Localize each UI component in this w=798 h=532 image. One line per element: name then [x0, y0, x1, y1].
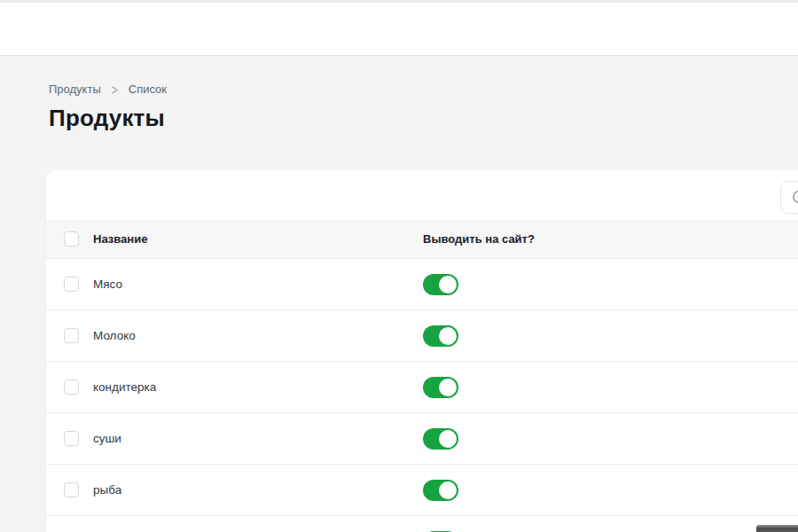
- product-name: рыба: [93, 483, 423, 497]
- breadcrumb-item-list: Список: [129, 82, 167, 96]
- table-row: кондитерка: [46, 362, 798, 413]
- breadcrumb-item-products[interactable]: Продукты: [49, 82, 101, 96]
- product-name: суши: [93, 432, 423, 445]
- row-checkbox[interactable]: [64, 482, 79, 497]
- toggle-knob: [439, 481, 457, 499]
- visibility-toggle[interactable]: [423, 377, 458, 398]
- product-name: кондитерка: [93, 380, 423, 394]
- table-row: [46, 516, 798, 532]
- table-header: Название Выводить на сайт?: [46, 220, 798, 259]
- column-header-visible: Выводить на сайт?: [423, 232, 798, 246]
- table-row: Молоко: [46, 310, 798, 362]
- row-checkbox[interactable]: [64, 328, 79, 343]
- bottom-right-overlay: [756, 525, 798, 532]
- search-icon: [791, 189, 798, 207]
- toggle-knob: [439, 379, 457, 396]
- content-area: Продукты > Список Продукты Название Выво…: [0, 56, 798, 532]
- breadcrumb: Продукты > Список: [49, 82, 798, 96]
- table-row: суши: [46, 413, 798, 465]
- products-card: Название Выводить на сайт? МясоМолококон…: [46, 170, 798, 532]
- table-row: рыба: [46, 465, 798, 516]
- visibility-toggle[interactable]: [423, 428, 458, 450]
- visibility-toggle[interactable]: [423, 274, 458, 295]
- visibility-toggle[interactable]: [423, 325, 458, 347]
- row-checkbox[interactable]: [64, 277, 79, 292]
- search-button[interactable]: [780, 181, 798, 214]
- product-name: Молоко: [93, 329, 423, 342]
- row-checkbox[interactable]: [64, 379, 79, 395]
- select-all-checkbox[interactable]: [64, 231, 79, 246]
- toggle-knob: [439, 327, 457, 345]
- table-row: Мясо: [46, 259, 798, 310]
- table-body: МясоМолококондитеркасуширыба: [46, 259, 798, 532]
- app-header: [0, 0, 798, 56]
- chevron-right-icon: >: [112, 81, 118, 98]
- page-title: Продукты: [49, 105, 798, 132]
- toggle-knob: [439, 276, 457, 293]
- table-toolbar: [46, 170, 798, 220]
- product-name: Мясо: [93, 278, 423, 291]
- row-checkbox[interactable]: [64, 431, 79, 446]
- toggle-knob: [439, 430, 457, 448]
- visibility-toggle[interactable]: [423, 480, 458, 501]
- column-header-name[interactable]: Название: [93, 232, 423, 246]
